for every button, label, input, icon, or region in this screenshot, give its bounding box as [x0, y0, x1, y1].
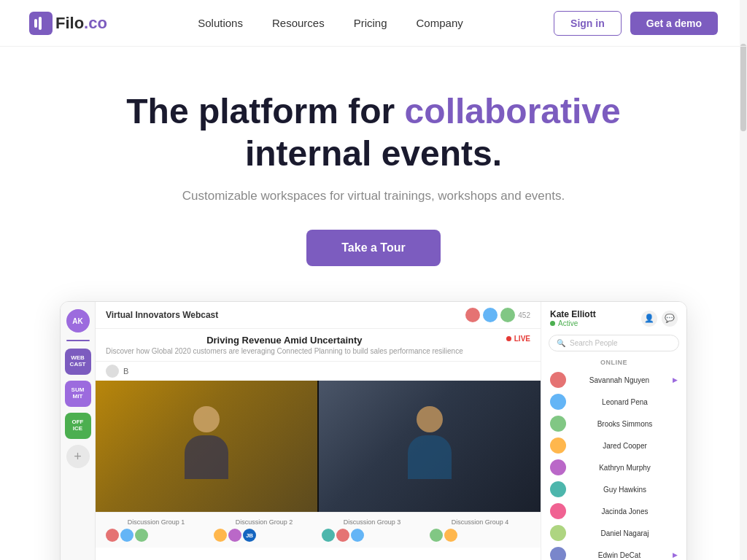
navbar: Filo .co Solutions Resources Pricing Com…: [0, 0, 747, 47]
signin-button[interactable]: Sign in: [554, 11, 622, 36]
person-row: Edwin DeCat ▶: [541, 544, 686, 560]
session-desc: Discover how Global 2020 customers are l…: [106, 347, 463, 355]
dg-avatar: [322, 529, 335, 542]
dg-label-1: Discussion Group 1: [106, 518, 206, 526]
nav-links: Solutions Resources Pricing Company: [198, 17, 462, 30]
person-head-2: [417, 406, 443, 432]
dg-avatars-2: JB: [214, 529, 314, 542]
profile-icon[interactable]: 👤: [641, 311, 657, 327]
arrow-icon: ▶: [673, 376, 678, 384]
avatar-leonard: [550, 394, 566, 410]
avatar-kathryn: [550, 459, 566, 475]
dg-label-2: Discussion Group 2: [214, 518, 314, 526]
take-tour-button[interactable]: Take a Tour: [306, 230, 440, 266]
nav-pricing[interactable]: Pricing: [354, 17, 387, 29]
sidebar-item-office[interactable]: OFFICE: [65, 413, 91, 439]
session-title: Driving Revenue Amid Uncertainty: [106, 335, 463, 346]
right-panel-header: Kate Elliott Active 👤 💬: [541, 302, 686, 330]
person-name: Edwin DeCat: [572, 551, 667, 559]
avatar-brooks: [550, 416, 566, 432]
svg-rect-1: [34, 19, 37, 28]
dg-avatars-1: [106, 529, 206, 542]
avatar-guy: [550, 481, 566, 497]
nav-company[interactable]: Company: [417, 17, 463, 29]
logo-text: Filo: [55, 14, 84, 33]
logo[interactable]: Filo .co: [29, 12, 107, 35]
avatar-jared: [550, 438, 566, 454]
person-name: Leonard Pena: [572, 398, 678, 406]
discussion-group-1: Discussion Group 1: [106, 518, 206, 542]
avatar-edwin: [550, 547, 566, 560]
get-demo-button[interactable]: Get a demo: [630, 12, 718, 35]
sidebar-user-avatar: AK: [66, 309, 90, 332]
demo-topbar-title: Virtual Innovators Webcast: [106, 310, 218, 320]
demo-mockup: AK WEBCAST SUMMIT OFFICE + Support Virtu…: [60, 301, 687, 560]
hero-subtitle: Customizable workspaces for virtual trai…: [182, 189, 565, 203]
right-panel-icons: 👤 💬: [641, 311, 678, 327]
discussion-group-2: Discussion Group 2 JB: [214, 518, 314, 542]
b-avatar: [106, 365, 119, 378]
dg-label-3: Discussion Group 3: [322, 518, 422, 526]
sidebar-item-summit[interactable]: SUMMIT: [65, 381, 91, 407]
person-head-1: [193, 406, 220, 432]
online-label: ONLINE: [541, 356, 686, 369]
demo-right-panel: Kate Elliott Active 👤 💬 🔍 Search People …: [541, 302, 686, 560]
logo-icon: [29, 12, 53, 35]
dg-avatars-4: [430, 529, 530, 542]
message-icon[interactable]: 💬: [662, 311, 678, 327]
session-info: Driving Revenue Amid Uncertainty Discove…: [96, 329, 541, 362]
dg-avatar: [444, 529, 457, 542]
dg-avatar: JB: [243, 529, 256, 542]
sidebar-add-button[interactable]: +: [66, 445, 90, 468]
person-name: Guy Hawkins: [572, 486, 678, 494]
topbar-avatar-3: [500, 308, 515, 322]
demo-main-content: Virtual Innovators Webcast 452 Driving R…: [96, 302, 541, 560]
person-name: Jacinda Jones: [572, 508, 678, 516]
dg-avatar: [106, 529, 119, 542]
person-row: Jared Cooper: [541, 435, 686, 456]
dg-avatar: [351, 529, 364, 542]
right-panel-status: Active: [550, 319, 596, 327]
avatar-jacinda: [550, 503, 566, 519]
nav-resources[interactable]: Resources: [272, 17, 325, 29]
nav-solutions[interactable]: Solutions: [198, 17, 243, 29]
avatar-savannah: [550, 372, 566, 388]
nav-actions: Sign in Get a demo: [554, 11, 718, 36]
person-row: Guy Hawkins: [541, 478, 686, 500]
discussion-group-4: Discussion Group 4: [430, 518, 530, 542]
live-badge: LIVE: [506, 335, 530, 343]
sidebar-item-webcast[interactable]: WEBCAST: [65, 349, 91, 375]
scrollbar[interactable]: [740, 0, 747, 560]
search-icon: 🔍: [557, 339, 565, 347]
b-label: B: [123, 367, 128, 376]
person-body-1: [185, 435, 228, 479]
dg-avatar: [228, 529, 241, 542]
person-name: Jared Cooper: [572, 442, 678, 450]
session-b-row: B: [96, 362, 541, 381]
logo-dot: .co: [84, 14, 107, 33]
demo-topbar: Virtual Innovators Webcast 452: [96, 302, 541, 329]
live-dot: [506, 336, 511, 341]
dg-label-4: Discussion Group 4: [430, 518, 530, 526]
person-row: Brooks Simmons: [541, 413, 686, 435]
attendee-count: 452: [518, 311, 530, 319]
person-row: Jacinda Jones: [541, 500, 686, 522]
dg-avatar: [120, 529, 133, 542]
person-name: Kathryn Murphy: [572, 464, 678, 472]
video-area: [96, 381, 541, 512]
hero-section: The platform for collaborative internal …: [0, 47, 747, 560]
person-name: Brooks Simmons: [572, 420, 678, 428]
person-row: Kathryn Murphy: [541, 456, 686, 478]
dg-avatar: [135, 529, 148, 542]
topbar-avatar-1: [465, 308, 480, 322]
arrow-icon: ▶: [673, 551, 678, 559]
person-row: Daniel Nagaraj: [541, 522, 686, 544]
person-row: Savannah Nguyen ▶: [541, 369, 686, 391]
avatar-daniel: [550, 525, 566, 541]
discussion-groups: Discussion Group 1 Discussion Group 2 JB: [96, 512, 541, 548]
scrollbar-thumb[interactable]: [740, 44, 746, 131]
topbar-avatars: 452: [465, 308, 530, 322]
video-frame-1: [96, 381, 317, 512]
discussion-group-3: Discussion Group 3: [322, 518, 422, 542]
search-people-input[interactable]: 🔍 Search People: [549, 335, 679, 351]
